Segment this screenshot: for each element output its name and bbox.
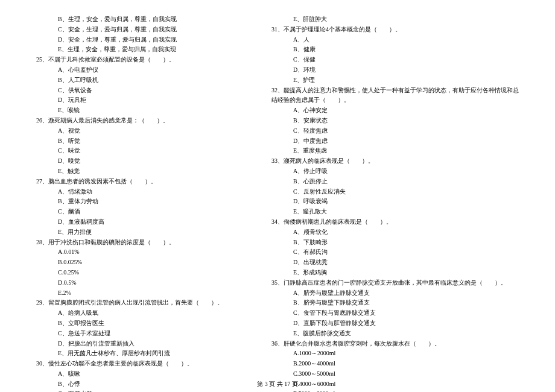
option: A、情绪激动 [36, 187, 247, 197]
option: D、安全，生理，尊重，爱与归属，自我实现 [36, 35, 247, 45]
option: E.2% [36, 288, 247, 299]
option: E、肝脏肿大 [271, 14, 519, 25]
option: E.5000～6000ml [271, 389, 519, 392]
question-33: 33、濒死病人的临床表现是（ ）。 A、停止呼吸 B、心跳停止 C、反射性反应消… [271, 156, 519, 217]
option: C.0.25% [36, 268, 247, 278]
option: A、心神安定 [271, 106, 519, 116]
option: B、重体力劳动 [36, 197, 247, 207]
question-stem: 32、能提高人的注意力和警惕性，使人处于一种有益于学习的状态，有助于应付各种情境… [271, 86, 519, 96]
option: C、食管下段与胃底静脉交通支 [271, 308, 519, 318]
option: E、重度焦虑 [271, 146, 519, 156]
option: B、下肢畸形 [271, 238, 519, 248]
question-29: 29、留置胸膜腔闭式引流管的病人出现引流管脱出，首先要（ ）。 A、给病人吸氧 … [36, 298, 247, 359]
option: D、呼吸衰竭 [271, 197, 519, 207]
question-27: 27、脑出血患者的诱发因素不包括（ ）。 A、情绪激动 B、重体力劳动 C、酗酒… [36, 177, 247, 238]
option: C.3000～5000ml [271, 369, 519, 379]
option: A、心电监护仪 [36, 65, 247, 75]
question-32: 32、能提高人的注意力和警惕性，使人处于一种有益于学习的状态，有助于应付各种情境… [271, 86, 519, 157]
option: C、急送手术室处理 [36, 329, 247, 339]
option: B、生理，安全，爱与归属，尊重，自我实现 [36, 14, 247, 25]
question-stem: 26、濒死期病人最后消失的感觉常是：（ ）。 [36, 116, 247, 126]
option: D、把脱出的引流管重新插入 [36, 339, 247, 349]
option: E、腹膜后静脉交通支 [271, 329, 519, 339]
option: D、出现枕秃 [271, 258, 519, 268]
page-body: B、生理，安全，爱与归属，尊重，自我实现 C、安全，生理，爱与归属，尊重，自我实… [0, 0, 555, 392]
option: E、用无菌凡士林纱布、厚层纱布封闭引流 [36, 349, 247, 359]
page-footer: 第 3 页 共 17 页 [0, 380, 555, 388]
option: C、轻度焦虑 [271, 126, 519, 136]
option: B.2000～4000ml [271, 359, 519, 369]
option: A、视觉 [36, 126, 247, 136]
question-stem: 27、脑出血患者的诱发因素不包括（ ）。 [36, 177, 247, 187]
option: A.1000～2000ml [271, 349, 519, 359]
option: E、喉镜 [36, 106, 247, 116]
question-stem: 30、慢性左心功能不全患者最主要的临床表现是（ ）。 [36, 359, 247, 369]
option: C、下肢水肿 [36, 389, 247, 392]
option: A、停止呼吸 [271, 166, 519, 177]
question-25: 25、不属于儿科抢救室必须配置的设备是（ ）。 A、心电监护仪 B、人工呼吸机 … [36, 55, 247, 116]
option: E、生理，安全，尊重，爱与归属，自我实现 [36, 45, 247, 55]
option: B.0.025% [36, 258, 247, 268]
option: C、安全，生理，爱与归属，尊重，自我实现 [36, 25, 247, 35]
option: B、心跳停止 [271, 177, 519, 187]
option: A、人 [271, 35, 519, 45]
question-stem: 35、门静脉高压症患者的门一腔静脉交通支开放曲张，其中最有临床意义的是（ ）。 [271, 278, 519, 288]
option: E、形成鸡胸 [271, 268, 519, 278]
option: C、供氧设备 [36, 86, 247, 96]
option: A、给病人吸氧 [36, 308, 247, 318]
option: C、保健 [271, 55, 519, 65]
option: A.0.01% [36, 247, 247, 258]
question-34: 34、佝偻病初期患儿的临床表现是（ ）。 A、颅骨软化 B、下肢畸形 C、有郝氏… [271, 217, 519, 278]
option: B、安康状态 [271, 116, 519, 126]
option: D、嗅觉 [36, 156, 247, 166]
question-stem-cont: 结经验的焦虑属于（ ）。 [271, 95, 519, 106]
question-stem: 36、肝硬化合并腹水患者腹腔穿刺时，每次放腹水在（ ）。 [271, 339, 519, 349]
option: A、咳嗽 [36, 369, 247, 379]
question-26: 26、濒死期病人最后消失的感觉常是：（ ）。 A、视觉 B、听觉 C、味觉 D、… [36, 116, 247, 177]
question-stem: 28、用于冲洗伤口和黏膜的碘附的浓度是（ ）。 [36, 238, 247, 248]
option: E、触觉 [36, 166, 247, 177]
left-column: B、生理，安全，爱与归属，尊重，自我实现 C、安全，生理，爱与归属，尊重，自我实… [36, 14, 247, 392]
option: B、立即报告医生 [36, 318, 247, 329]
option: D、血液黏稠度高 [36, 217, 247, 227]
option: C、反射性反应消失 [271, 187, 519, 197]
option: B、健康 [271, 45, 519, 55]
option: B、人工呼吸机 [36, 75, 247, 86]
prev-question-tail: B、生理，安全，爱与归属，尊重，自我实现 C、安全，生理，爱与归属，尊重，自我实… [36, 14, 247, 55]
question-stem: 33、濒死病人的临床表现是（ ）。 [271, 156, 519, 166]
question-stem: 31、不属于护理理论4个基本概念的是（ ）。 [271, 25, 519, 35]
option: D、玩具柜 [36, 95, 247, 106]
option: D、中度焦虑 [271, 136, 519, 147]
option: B、听觉 [36, 136, 247, 147]
question-31: 31、不属于护理理论4个基本概念的是（ ）。 A、人 B、健康 C、保健 D、环… [271, 25, 519, 86]
option: D.0.5% [36, 278, 247, 288]
option: C、酗酒 [36, 207, 247, 217]
option: E、瞳孔散大 [271, 207, 519, 217]
right-column: E、肝脏肿大 31、不属于护理理论4个基本概念的是（ ）。 A、人 B、健康 C… [271, 14, 519, 392]
question-35: 35、门静脉高压症患者的门一腔静脉交通支开放曲张，其中最有临床意义的是（ ）。 … [271, 278, 519, 339]
option: A、颅骨软化 [271, 227, 519, 238]
question-stem: 29、留置胸膜腔闭式引流管的病人出现引流管脱出，首先要（ ）。 [36, 298, 247, 308]
option: C、有郝氏沟 [271, 247, 519, 258]
option: E、用力排便 [36, 227, 247, 238]
question-stem: 34、佝偻病初期患儿的临床表现是（ ）。 [271, 217, 519, 227]
question-stem: 25、不属于儿科抢救室必须配置的设备是（ ）。 [36, 55, 247, 65]
option: B、脐旁与腹壁下静脉交通支 [271, 298, 519, 308]
question-28: 28、用于冲洗伤口和黏膜的碘附的浓度是（ ）。 A.0.01% B.0.025%… [36, 238, 247, 299]
option: A、脐旁与腹壁上静脉交通支 [271, 288, 519, 299]
option: C、味觉 [36, 146, 247, 156]
option: E、护理 [271, 75, 519, 86]
prev-question-tail: E、肝脏肿大 [271, 14, 519, 25]
option: D、环境 [271, 65, 519, 75]
option: D、直肠下段与肛管静脉交通支 [271, 318, 519, 329]
